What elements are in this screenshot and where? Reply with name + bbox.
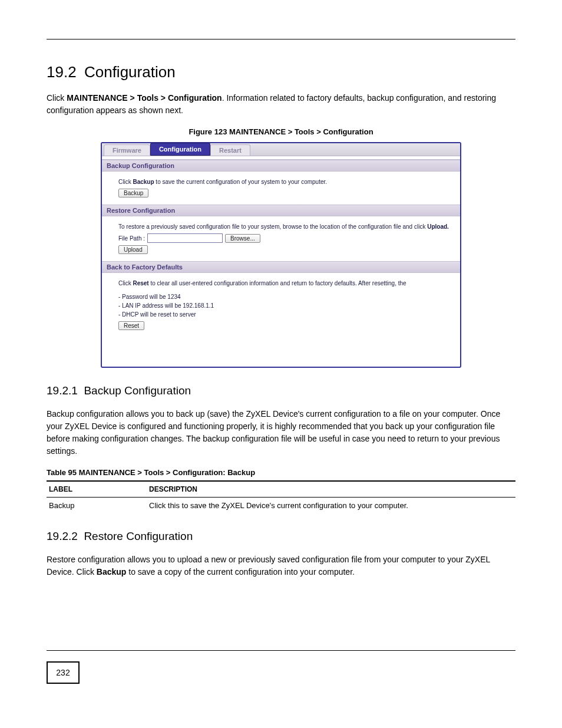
table-header-desc: DESCRIPTION bbox=[147, 481, 515, 498]
section-number: 19.2 bbox=[47, 63, 77, 81]
backup-section-body: Click Backup to save the current configu… bbox=[102, 172, 460, 205]
tab-configuration[interactable]: Configuration bbox=[150, 143, 210, 156]
backup-button[interactable]: Backup bbox=[118, 189, 148, 197]
section-title: Configuration bbox=[84, 63, 176, 81]
restore-section-body: To restore a previously saved configurat… bbox=[102, 216, 460, 261]
subsection-2-text: Restore configuration allows you to uplo… bbox=[47, 554, 515, 578]
footer: 232 bbox=[47, 661, 515, 684]
backup-section-title: Backup Configuration bbox=[102, 160, 460, 172]
table-row: Backup Click this to save the ZyXEL Devi… bbox=[47, 498, 515, 514]
restore-section-title: Restore Configuration bbox=[102, 205, 460, 216]
section-heading: 19.2 Configuration bbox=[47, 63, 515, 81]
subsection-1-heading: 19.2.1 Backup Configuration bbox=[47, 384, 515, 397]
table-header-label: LABEL bbox=[47, 481, 147, 498]
tab-bar: Firmware Configuration Restart bbox=[102, 143, 460, 156]
file-path-label: File Path : bbox=[118, 234, 145, 243]
table-caption: Table 95 MAINTENANCE > Tools > Configura… bbox=[47, 468, 515, 477]
tab-restart[interactable]: Restart bbox=[210, 144, 250, 156]
figure-caption: Figure 123 MAINTENANCE > Tools > Configu… bbox=[0, 127, 562, 136]
subsection-2-heading: 19.2.2 Restore Configuration bbox=[47, 530, 515, 543]
intro-paragraph: Click MAINTENANCE > Tools > Configuratio… bbox=[47, 92, 515, 117]
upload-button[interactable]: Upload bbox=[118, 245, 148, 254]
screenshot: Firmware Configuration Restart Backup Co… bbox=[101, 142, 461, 368]
tab-firmware[interactable]: Firmware bbox=[104, 144, 150, 156]
subsection-1-text: Backup configuration allows you to back … bbox=[47, 408, 515, 457]
labels-table: LABEL DESCRIPTION Backup Click this to s… bbox=[47, 480, 515, 513]
page-number: 232 bbox=[47, 661, 80, 684]
file-path-input[interactable] bbox=[147, 233, 223, 243]
factory-section-body: Click Reset to clear all user-entered co… bbox=[102, 273, 460, 337]
factory-section-title: Back to Factory Defaults bbox=[102, 261, 460, 273]
reset-button[interactable]: Reset bbox=[118, 321, 144, 330]
browse-button[interactable]: Browse... bbox=[225, 234, 260, 243]
